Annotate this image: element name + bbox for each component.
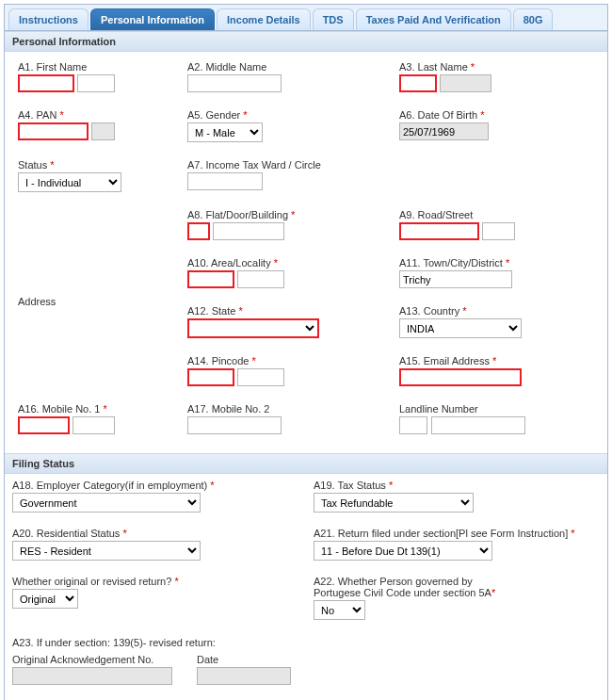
residential-status-select[interactable]: RES - Resident	[12, 541, 201, 561]
road-input[interactable]	[399, 222, 479, 240]
label-a2: A2. Middle Name	[187, 61, 384, 73]
portugese-code-select[interactable]: No	[314, 600, 365, 620]
label-a16: A16. Mobile No. 1 *	[18, 403, 172, 415]
label-a20: A20. Residential Status *	[12, 528, 298, 539]
orig-ack-input[interactable]	[12, 667, 172, 685]
email-input[interactable]	[399, 368, 522, 386]
first-name-input-2[interactable]	[77, 74, 115, 92]
label-a7: A7. Income Tax Ward / Circle	[187, 159, 384, 171]
label-a17: A17. Mobile No. 2	[187, 403, 384, 415]
tax-status-select[interactable]: Tax Refundable	[314, 493, 474, 513]
flat-input[interactable]	[187, 222, 210, 240]
label-a9: A9. Road/Street	[399, 209, 594, 220]
label-a15: A15. Email Address *	[399, 355, 594, 366]
mobile2-input[interactable]	[187, 416, 282, 434]
state-select[interactable]	[187, 318, 319, 338]
label-a5: A5. Gender *	[187, 109, 384, 121]
label-a4: A4. PAN *	[18, 109, 172, 121]
area-input[interactable]	[187, 270, 234, 288]
label-a18: A18. Employer Category(if in employment)…	[12, 480, 298, 491]
label-a12: A12. State *	[187, 305, 384, 317]
status-select[interactable]: I - Individual	[18, 172, 121, 192]
label-orig-ack: Original Acknowledgement No.	[12, 654, 172, 665]
employer-category-select[interactable]: Government	[12, 493, 201, 513]
pincode-input-2[interactable]	[237, 368, 284, 386]
label-original-revised: Whether original or revised return? *	[12, 576, 298, 587]
mobile1-input[interactable]	[18, 416, 70, 434]
pincode-input[interactable]	[187, 368, 234, 386]
ward-input[interactable]	[187, 172, 263, 190]
label-a11: A11. Town/City/District *	[399, 257, 594, 269]
first-name-input[interactable]	[18, 74, 74, 92]
label-a23-5: A23. If under section: 139(5)- revised r…	[12, 637, 600, 648]
tab-income-details[interactable]: Income Details	[217, 8, 311, 30]
country-select[interactable]: INDIA	[399, 318, 522, 338]
dob-input[interactable]	[399, 122, 489, 140]
town-input[interactable]	[399, 270, 512, 288]
tab-bar: Instructions Personal Information Income…	[5, 5, 607, 31]
tab-tds[interactable]: TDS	[313, 8, 354, 30]
label-date: Date	[197, 654, 291, 665]
date-input[interactable]	[197, 667, 291, 685]
label-a19: A19. Tax Status *	[314, 480, 600, 491]
area-input-2[interactable]	[237, 270, 284, 288]
label-a13: A13. Country *	[399, 305, 594, 317]
label-a21: A21. Return filed under section[Pl see F…	[314, 528, 600, 539]
tab-instructions[interactable]: Instructions	[8, 8, 89, 30]
label-address: Address	[18, 296, 56, 307]
road-input-2[interactable]	[482, 222, 515, 240]
original-revised-select[interactable]: Original	[12, 589, 78, 609]
label-a22-line1: A22. Whether Person governed by	[314, 576, 600, 587]
section-header-filing: Filing Status	[5, 453, 607, 474]
return-section-select[interactable]: 11 - Before Due Dt 139(1)	[314, 541, 492, 561]
landline-number-input[interactable]	[431, 416, 525, 434]
middle-name-input[interactable]	[187, 74, 282, 92]
label-a8: A8. Flat/Door/Building *	[187, 209, 384, 220]
last-name-input[interactable]	[399, 74, 437, 92]
label-a1: A1. First Name	[18, 61, 172, 73]
landline-code-input[interactable]	[399, 416, 427, 434]
pan-input-2[interactable]	[91, 122, 115, 140]
mobile1-input-2[interactable]	[72, 416, 115, 434]
label-a22-line2: Portugese Civil Code under section 5A*	[314, 587, 600, 598]
tab-personal-information[interactable]: Personal Information	[90, 8, 215, 30]
label-a14: A14. Pincode *	[187, 355, 384, 366]
flat-input-2[interactable]	[213, 222, 284, 240]
label-status: Status *	[18, 159, 172, 171]
label-a6: A6. Date Of Birth *	[399, 109, 594, 121]
label-a3: A3. Last Name *	[399, 61, 594, 73]
label-landline: Landline Number	[399, 403, 594, 415]
pan-input[interactable]	[18, 122, 89, 140]
last-name-input-2[interactable]	[440, 74, 491, 92]
tab-80g[interactable]: 80G	[513, 8, 554, 30]
label-a10: A10. Area/Locality *	[187, 257, 384, 269]
gender-select[interactable]: M - Male	[187, 122, 263, 142]
tab-taxes-paid[interactable]: Taxes Paid And Verification	[356, 8, 511, 30]
section-header-personal: Personal Information	[5, 31, 607, 52]
